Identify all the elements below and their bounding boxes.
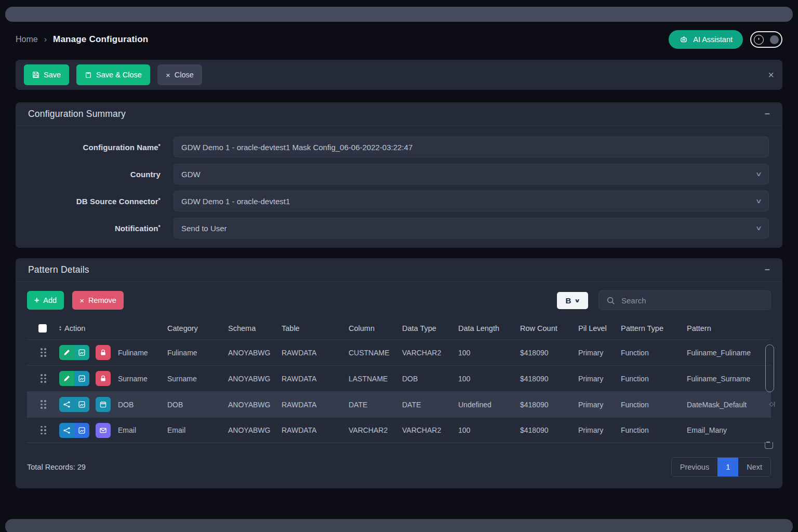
- drag-handle-icon[interactable]: [41, 374, 59, 383]
- pattern-details-title: Pattern Details: [28, 264, 89, 275]
- column-header-category[interactable]: Category: [167, 324, 228, 332]
- cell-category: DOB: [167, 401, 228, 409]
- ai-assistant-button[interactable]: AI Assistant: [669, 30, 743, 49]
- country-select[interactable]: GDW ∨: [174, 164, 769, 184]
- pagination-previous-button[interactable]: Previous: [672, 458, 717, 476]
- power-toggle[interactable]: [750, 31, 782, 48]
- lock-icon[interactable]: [96, 371, 111, 386]
- column-header-data-length[interactable]: Data Length: [458, 324, 520, 332]
- calendar-icon[interactable]: [96, 397, 111, 412]
- image-icon[interactable]: [74, 423, 89, 438]
- pagination-page-1-button[interactable]: 1: [717, 458, 738, 476]
- collapse-pattern-icon[interactable]: −: [764, 264, 770, 275]
- cell-column: DATE: [349, 401, 402, 409]
- action-toolbar: Save Save & Close × Close ×: [16, 60, 782, 90]
- breadcrumb-home-link[interactable]: Home: [16, 35, 38, 44]
- page-title: Manage Configuration: [53, 34, 148, 45]
- column-header-table[interactable]: Table: [282, 324, 349, 332]
- breadcrumb-separator: ›: [44, 35, 47, 44]
- cell-column: CUSTNAME: [349, 349, 402, 357]
- column-header-schema[interactable]: Schema: [228, 324, 282, 332]
- collapse-summary-icon[interactable]: −: [764, 109, 770, 119]
- toolbar-dismiss-icon[interactable]: ×: [768, 69, 774, 81]
- close-x-icon: ×: [166, 71, 170, 79]
- cell-table: RAWDATA: [282, 375, 349, 383]
- window-bottom-bar: [5, 519, 793, 532]
- cell-column: LASTNAME: [349, 375, 402, 383]
- cell-pil-level: Primary: [578, 375, 621, 383]
- column-header-pattern[interactable]: Pattern: [687, 324, 771, 332]
- close-button[interactable]: × Close: [157, 64, 202, 85]
- horizontal-scrollbar-corner[interactable]: [765, 442, 773, 449]
- breadcrumb: Home › Manage Configuration: [16, 34, 148, 45]
- window-top-bar: [5, 7, 793, 22]
- x-icon: ×: [79, 297, 84, 304]
- chevron-down-icon: ∨: [755, 197, 762, 205]
- column-header-column[interactable]: Column: [349, 324, 402, 332]
- mail-icon[interactable]: [96, 423, 111, 438]
- save-and-close-button[interactable]: Save & Close: [76, 64, 150, 85]
- cell-table: RAWDATA: [282, 426, 349, 434]
- table-header-row: ▴▾ Action Category Schema Table Column D…: [27, 317, 771, 339]
- robot-icon: [679, 35, 688, 44]
- table-row[interactable]: Email Email ANOYABWG RAWDATA VARCHAR2 VA…: [27, 417, 771, 443]
- cell-category: Email: [167, 426, 228, 434]
- image-icon[interactable]: [74, 371, 89, 386]
- configuration-name-input[interactable]: [174, 137, 769, 157]
- save-label: Save: [44, 71, 61, 79]
- table-options-dropdown[interactable]: B ∨: [557, 292, 588, 309]
- save-and-close-label: Save & Close: [96, 71, 142, 79]
- cell-data-type: DOB: [402, 375, 458, 383]
- table-row[interactable]: Surname Surname ANOYABWG RAWDATA LASTNAM…: [27, 365, 771, 391]
- edit-icon[interactable]: [59, 371, 74, 386]
- table-row[interactable]: Fuliname Fuliname ANOYABWG RAWDATA CUSTN…: [27, 339, 771, 365]
- cell-category: Fuliname: [167, 349, 228, 357]
- drag-handle-icon[interactable]: [41, 400, 59, 409]
- image-icon[interactable]: [74, 397, 89, 412]
- country-value: GDW: [181, 170, 201, 179]
- action-name: Surname: [118, 375, 148, 383]
- cell-pattern-type: Function: [621, 375, 687, 383]
- vertical-scrollbar[interactable]: [765, 344, 774, 392]
- pagination-next-button[interactable]: Next: [738, 458, 770, 476]
- image-icon[interactable]: [74, 345, 89, 360]
- select-all-checkbox[interactable]: [38, 324, 47, 332]
- configuration-name-label: Configuration Name*: [29, 143, 174, 152]
- notification-select[interactable]: Send to User ∨: [174, 218, 769, 238]
- cell-data-length: 100: [458, 375, 520, 383]
- scroll-nub-icon[interactable]: ◇|: [769, 401, 775, 407]
- db-source-connector-select[interactable]: GDW Demo 1 - oracle-devtest1 ∨: [174, 191, 769, 211]
- drag-handle-icon[interactable]: [41, 426, 59, 435]
- cell-pil-level: Primary: [578, 401, 621, 409]
- drag-handle-icon[interactable]: [41, 348, 59, 357]
- column-header-pattern-type[interactable]: Pattern Type: [621, 324, 687, 332]
- total-records: Total Records: 29: [27, 463, 86, 471]
- sort-icon[interactable]: ▴▾: [59, 325, 61, 331]
- share-icon[interactable]: [59, 423, 74, 438]
- cell-data-type: VARCHAR2: [402, 349, 458, 357]
- table-row[interactable]: DOB DOB ANOYABWG RAWDATA DATE DATE Undef…: [27, 391, 771, 417]
- cell-schema: ANOYABWG: [228, 401, 282, 409]
- save-button[interactable]: Save: [24, 64, 69, 85]
- options-button-label: B: [566, 296, 571, 305]
- cell-table: RAWDATA: [282, 401, 349, 409]
- cell-pattern: Fuliname_Surname: [687, 375, 771, 383]
- column-header-row-count[interactable]: Row Count: [520, 324, 578, 332]
- db-source-connector-label: DB Source Connector*: [29, 197, 174, 206]
- edit-icon[interactable]: [59, 345, 74, 360]
- remove-button[interactable]: × Remove: [72, 291, 124, 310]
- share-icon[interactable]: [59, 397, 74, 412]
- column-header-pil-level[interactable]: Pil Level: [578, 324, 621, 332]
- cell-column: VARCHAR2: [349, 426, 402, 434]
- add-button[interactable]: + Add: [27, 291, 64, 310]
- search-input[interactable]: [621, 296, 763, 305]
- cell-category: Surname: [167, 375, 228, 383]
- cell-pil-level: Primary: [578, 349, 621, 357]
- cell-schema: ANOYABWG: [228, 349, 282, 357]
- column-header-action[interactable]: Action: [64, 324, 85, 332]
- cell-data-type: DATE: [402, 401, 458, 409]
- cell-schema: ANOYABWG: [228, 375, 282, 383]
- remove-label: Remove: [88, 296, 116, 304]
- lock-icon[interactable]: [96, 345, 111, 360]
- column-header-data-type[interactable]: Data Type: [402, 324, 458, 332]
